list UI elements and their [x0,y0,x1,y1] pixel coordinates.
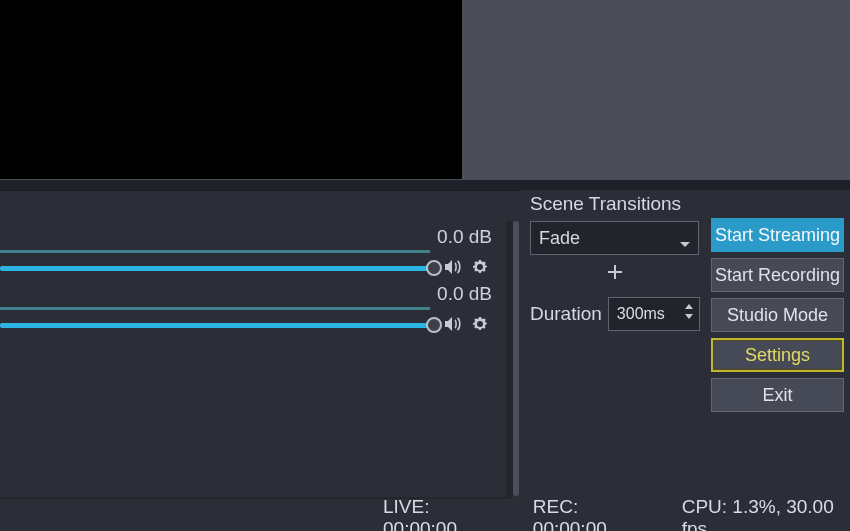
transition-duration-label: Duration [530,303,602,325]
transition-duration-value: 300ms [617,305,665,323]
scene-transitions-title: Scene Transitions [530,190,700,221]
gear-icon[interactable] [472,259,488,275]
status-live: LIVE: 00:00:00 [383,496,499,532]
exit-button[interactable]: Exit [711,378,844,412]
start-streaming-button[interactable]: Start Streaming [711,218,844,252]
transition-select[interactable]: Fade [530,221,699,255]
add-transition-button[interactable] [606,263,624,285]
audio-channel-2-slider-track[interactable] [0,323,432,328]
speaker-icon[interactable] [444,316,462,332]
settings-button[interactable]: Settings [711,338,844,372]
audio-mixer-panel: 0.0 dB 0.0 dB [0,190,520,496]
audio-mixer-scrollbar[interactable] [513,221,519,496]
speaker-icon[interactable] [444,259,462,275]
audio-mixer-inner: 0.0 dB 0.0 dB [0,221,506,497]
chevron-down-icon [679,235,691,253]
start-recording-button[interactable]: Start Recording [711,258,844,292]
spinner-arrows[interactable] [684,303,694,320]
chevron-down-icon [684,313,694,320]
transition-duration-input[interactable]: 300ms [608,297,700,331]
chevron-up-icon [684,303,694,310]
audio-channel-1-slider-thumb[interactable] [426,260,442,276]
studio-mode-button[interactable]: Studio Mode [711,298,844,332]
audio-channel-2: 0.0 dB [0,278,506,335]
preview-viewport[interactable] [0,0,462,179]
transition-select-value: Fade [539,228,580,249]
audio-channel-1-db-label: 0.0 dB [0,223,496,248]
scene-transitions-panel: Scene Transitions Fade Duration 300ms [530,190,700,331]
status-cpu: CPU: 1.3%, 30.00 fps [682,496,850,532]
audio-channel-2-slider-thumb[interactable] [426,317,442,333]
gear-icon[interactable] [472,316,488,332]
panel-separator [0,180,850,190]
audio-channel-1: 0.0 dB [0,221,506,278]
status-bar: LIVE: 00:00:00 REC: 00:00:00 CPU: 1.3%, … [0,504,850,531]
audio-channel-1-slider-track[interactable] [0,266,432,271]
audio-channel-2-db-label: 0.0 dB [0,280,496,305]
status-rec: REC: 00:00:00 [533,496,648,532]
controls-panel: Start Streaming Start Recording Studio M… [711,218,844,412]
